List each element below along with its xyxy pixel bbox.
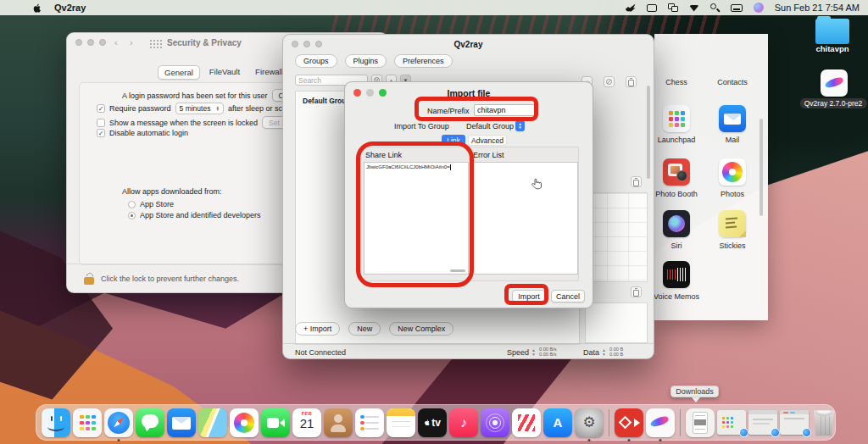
name-prefix-input[interactable] (474, 104, 535, 116)
dock-system-preferences-icon[interactable]: ⚙ (575, 408, 604, 437)
forward-button[interactable]: › (130, 37, 133, 47)
dock-calendar-icon[interactable]: FEB21 (292, 408, 321, 437)
app-label-stickies[interactable]: Stickies (719, 241, 745, 250)
tab-advanced[interactable]: Advanced (468, 135, 507, 146)
apps-panel-scrollbar[interactable] (760, 119, 763, 216)
chitavpn-folder-icon[interactable] (815, 19, 849, 44)
trash-icon (628, 80, 634, 86)
dock-maps-icon[interactable] (198, 408, 227, 437)
dock-photos-icon[interactable] (230, 408, 259, 437)
clear-latency-button[interactable] (631, 176, 642, 187)
dock-finder-icon[interactable] (42, 408, 70, 437)
photos-app-icon[interactable] (719, 158, 746, 186)
show-message-checkbox[interactable] (97, 119, 105, 127)
wifi-status-icon[interactable] (689, 4, 699, 12)
dock-safari-icon[interactable] (104, 408, 133, 437)
share-link-hscrollbar[interactable] (450, 269, 465, 273)
dock-news-icon[interactable] (512, 408, 541, 437)
mail-app-icon[interactable] (719, 105, 746, 132)
new-button[interactable]: New (348, 322, 381, 336)
app-label-siri[interactable]: Siri (671, 241, 682, 250)
dock-launchpad-icon[interactable] (73, 408, 102, 437)
dock-downloads-stack-icon[interactable] (686, 408, 715, 437)
window-controls[interactable] (75, 39, 106, 46)
siri-app-icon[interactable] (663, 210, 690, 237)
dock-appstore-icon[interactable]: A (543, 408, 572, 437)
tab-groups[interactable]: Groups (295, 54, 337, 68)
spotlight-search-icon[interactable] (710, 3, 720, 13)
menu-bar-clock[interactable]: Sun Feb 21 7:54 AM (775, 3, 860, 13)
disconnect-button[interactable] (604, 76, 615, 87)
dock-qv2ray-icon[interactable] (646, 408, 675, 437)
active-app-menu[interactable]: Qv2ray (54, 3, 86, 13)
tab-plugins[interactable]: Plugins (345, 54, 387, 68)
dock-appletv-icon[interactable]: tv (418, 408, 447, 437)
chitavpn-folder-label[interactable]: chitavpn (815, 44, 849, 53)
input-source-icon[interactable] (731, 4, 743, 12)
qv2ray-desktop-label[interactable]: Qv2ray 2.7.0-pre2 (800, 98, 867, 108)
tab-general[interactable]: General (158, 65, 200, 80)
dock-contacts-icon[interactable] (324, 408, 353, 437)
dock-facetime-icon[interactable] (261, 408, 290, 437)
minimize-button[interactable] (87, 39, 94, 46)
dock-minimized-window-2[interactable] (748, 410, 777, 435)
tab-preferences[interactable]: Preferences (394, 54, 453, 68)
display-status-icon[interactable] (647, 4, 657, 12)
delete-button[interactable] (626, 76, 637, 87)
app-label-photos[interactable]: Photos (721, 190, 744, 198)
require-password-label: Require password (109, 104, 171, 113)
tab-link[interactable]: Link (442, 135, 465, 146)
dock-notes-icon[interactable] (387, 408, 415, 437)
show-all-grid-icon[interactable] (150, 40, 152, 42)
folder-body-icon (815, 19, 849, 44)
bird-status-icon[interactable] (626, 4, 636, 12)
dock-podcasts-icon[interactable] (481, 408, 509, 437)
unlocked-padlock-icon[interactable] (84, 273, 94, 285)
disable-auto-login-checkbox[interactable]: ✓ (97, 129, 105, 137)
qv2ray-desktop-icon[interactable] (821, 69, 848, 97)
launchpad-app-icon[interactable] (663, 105, 690, 132)
identified-developers-radio[interactable] (128, 212, 136, 219)
group-select-value[interactable]: Default Group (466, 122, 514, 130)
list-scrollbar[interactable] (647, 86, 650, 179)
app-label-contacts[interactable]: Contacts (717, 78, 748, 86)
appstore-letter: A (554, 415, 563, 430)
window-title: Qv2ray (283, 40, 654, 49)
windows-status-icon[interactable] (668, 3, 678, 12)
new-complex-button[interactable]: New Complex (389, 322, 453, 336)
dock-trash-icon[interactable] (811, 409, 837, 436)
photo-booth-app-icon[interactable] (663, 158, 690, 186)
share-link-textarea[interactable]: JliwicGF0aCI6ICIiLCJ0bHMiOiAiIn0= (364, 162, 469, 275)
require-password-checkbox[interactable]: ✓ (97, 104, 105, 113)
apple-menu-icon[interactable] (32, 3, 42, 14)
zoom-button[interactable] (99, 39, 106, 46)
dock: FEB21 tv ♪ A ⚙ (36, 404, 836, 441)
group-stepper-icon[interactable]: ▲▼ (515, 120, 525, 131)
error-list-box[interactable] (471, 162, 578, 275)
tab-filevault[interactable]: FileVault (203, 65, 246, 80)
app-label-launchpad[interactable]: Launchpad (658, 136, 696, 144)
dock-music-icon[interactable]: ♪ (449, 408, 478, 437)
import-confirm-button[interactable]: Import (512, 290, 546, 302)
dock-minimized-window-3[interactable] (780, 410, 809, 435)
siri-menu-icon[interactable] (754, 3, 764, 13)
cancel-button[interactable]: Cancel (551, 290, 585, 302)
import-button[interactable]: + Import (295, 322, 340, 336)
app-label-voice-memos[interactable]: Voice Memos (654, 292, 699, 301)
app-label-photo-booth[interactable]: Photo Booth (655, 190, 698, 198)
dock-minimized-window-1[interactable] (717, 410, 746, 435)
back-button[interactable]: ‹ (114, 37, 118, 47)
voice-memos-app-icon[interactable] (663, 261, 690, 288)
dock-mail-icon[interactable] (167, 408, 196, 437)
clear-log-button[interactable] (631, 286, 642, 297)
dock-messages-icon[interactable] (136, 408, 164, 437)
app-label-mail[interactable]: Mail (726, 136, 740, 144)
require-password-select[interactable]: 5 minutes▲▼ (175, 103, 224, 114)
stickies-app-icon[interactable] (719, 210, 746, 237)
app-store-radio[interactable] (128, 201, 136, 208)
dock-anydesk-icon[interactable] (615, 408, 643, 437)
dock-reminders-icon[interactable] (355, 408, 384, 437)
calendar-day: 21 (292, 416, 321, 430)
app-label-chess[interactable]: Chess (665, 78, 687, 86)
close-button[interactable] (75, 39, 82, 46)
